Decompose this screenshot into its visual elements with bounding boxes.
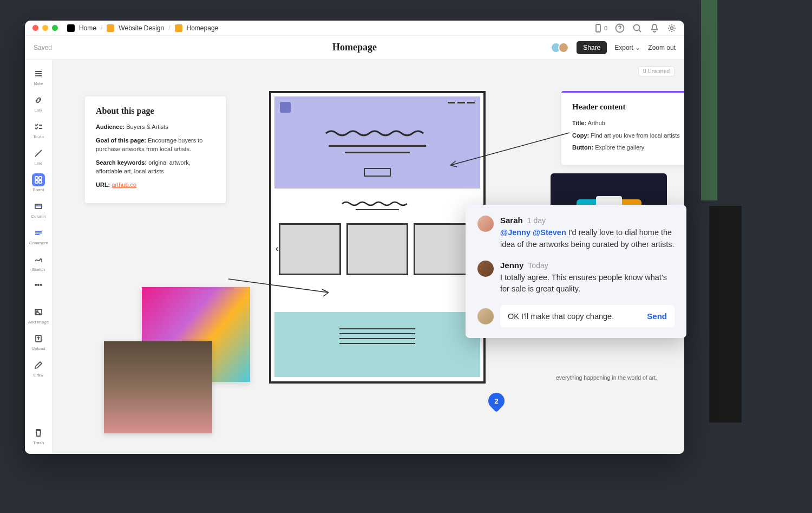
bell-icon[interactable] bbox=[650, 23, 659, 33]
image-icon bbox=[32, 306, 45, 319]
line-icon bbox=[32, 147, 45, 160]
header-content-card[interactable]: Header content Title: Arthub Copy: Find … bbox=[561, 91, 684, 165]
tool-line[interactable]: Line bbox=[27, 144, 50, 169]
wf-footer bbox=[274, 312, 480, 377]
chevron-left-icon: ‹ bbox=[276, 244, 278, 254]
export-button[interactable]: Export ⌄ bbox=[614, 44, 640, 51]
tool-board[interactable]: Board bbox=[27, 170, 50, 196]
unsorted-badge[interactable]: 0 Unsorted bbox=[638, 66, 675, 76]
svg-rect-4 bbox=[35, 177, 38, 179]
tool-more[interactable]: ••• bbox=[27, 276, 50, 294]
header-card-heading: Header content bbox=[572, 102, 684, 112]
wf-hero bbox=[274, 96, 480, 189]
svg-rect-8 bbox=[35, 204, 42, 209]
avatar bbox=[477, 261, 494, 277]
wf-cta bbox=[364, 168, 391, 177]
tool-sketch[interactable]: Sketch bbox=[27, 250, 50, 275]
search-icon[interactable] bbox=[632, 23, 642, 33]
gear-icon[interactable] bbox=[667, 23, 677, 33]
wf-logo bbox=[280, 102, 291, 113]
maximize-icon[interactable] bbox=[52, 25, 58, 31]
url-link[interactable]: arthub.co bbox=[112, 181, 136, 188]
mention-link[interactable]: @Jenny @Steven bbox=[500, 228, 566, 237]
footer-copy: everything happening in the world of art… bbox=[556, 374, 684, 382]
zoom-out-button[interactable]: Zoom out bbox=[648, 44, 676, 51]
note-icon bbox=[32, 67, 45, 80]
tool-add-image[interactable]: Add image bbox=[27, 302, 50, 328]
comment-icon bbox=[32, 226, 45, 239]
trash-icon bbox=[32, 426, 45, 439]
phone-icon bbox=[593, 23, 603, 33]
avatar bbox=[477, 308, 494, 324]
tool-sidebar: Note Link To-do Line Board Column Commen… bbox=[25, 60, 53, 454]
tool-todo[interactable]: To-do bbox=[27, 117, 50, 142]
tool-upload[interactable]: Upload bbox=[27, 329, 50, 354]
squiggle-icon bbox=[339, 199, 415, 206]
svg-rect-5 bbox=[39, 177, 42, 179]
tool-trash[interactable]: Trash bbox=[27, 423, 50, 449]
collaborator-avatars[interactable] bbox=[551, 42, 569, 53]
window-controls bbox=[32, 25, 58, 31]
wf-nav bbox=[448, 102, 475, 103]
home-icon bbox=[67, 24, 75, 32]
breadcrumb-home[interactable]: Home bbox=[79, 24, 96, 32]
svg-rect-7 bbox=[39, 180, 42, 183]
device-count[interactable]: 0 bbox=[593, 23, 607, 33]
breadcrumb-page[interactable]: Homepage bbox=[187, 24, 219, 32]
project-icon bbox=[107, 24, 114, 32]
svg-rect-6 bbox=[35, 180, 38, 183]
tool-draw[interactable]: Draw bbox=[27, 355, 50, 381]
tool-comment[interactable]: Comment bbox=[27, 223, 50, 249]
link-icon bbox=[32, 94, 45, 107]
image-cluster[interactable] bbox=[104, 287, 266, 444]
upload-icon bbox=[32, 332, 45, 345]
column-icon bbox=[32, 200, 45, 213]
chat-message: Sarah1 day @Jenny @Steven I'd really lov… bbox=[477, 216, 675, 251]
comment-thread[interactable]: Sarah1 day @Jenny @Steven I'd really lov… bbox=[466, 205, 686, 338]
breadcrumb: Home / Website Design / Homepage bbox=[67, 24, 218, 32]
about-heading: About this page bbox=[96, 106, 215, 116]
comment-input[interactable]: OK I'll make that copy change. Send bbox=[500, 305, 675, 327]
chat-message: JennyToday I totally agree. This ensures… bbox=[477, 261, 675, 296]
close-icon[interactable] bbox=[32, 25, 38, 31]
wf-card-row bbox=[279, 223, 476, 275]
about-card[interactable]: About this page Audience: Buyers & Artis… bbox=[85, 96, 226, 203]
decorative-edge bbox=[701, 0, 717, 200]
page-icon bbox=[175, 24, 182, 32]
minimize-icon[interactable] bbox=[42, 25, 48, 31]
tool-note[interactable]: Note bbox=[27, 64, 50, 89]
board-icon bbox=[32, 173, 45, 186]
comment-pin[interactable]: 2 bbox=[488, 393, 505, 412]
decorative-shadow bbox=[709, 206, 742, 423]
todo-icon bbox=[32, 120, 45, 133]
sketch-icon bbox=[32, 253, 45, 266]
wireframe-sketch[interactable]: ‹ bbox=[269, 91, 486, 384]
page-title: Homepage bbox=[332, 42, 377, 53]
avatar bbox=[558, 42, 569, 53]
save-status: Saved bbox=[34, 44, 52, 51]
svg-point-3 bbox=[671, 27, 673, 29]
tool-column[interactable]: Column bbox=[27, 197, 50, 222]
send-button[interactable]: Send bbox=[647, 311, 667, 321]
svg-rect-0 bbox=[596, 24, 600, 32]
help-icon[interactable] bbox=[615, 23, 625, 33]
header-bar: Saved Homepage Share Export ⌄ Zoom out bbox=[25, 36, 684, 60]
pencil-icon bbox=[32, 359, 45, 372]
tool-link[interactable]: Link bbox=[27, 90, 50, 116]
avatar bbox=[477, 216, 494, 232]
breadcrumb-project[interactable]: Website Design bbox=[119, 24, 164, 32]
share-button[interactable]: Share bbox=[577, 41, 607, 54]
window-titlebar: Home / Website Design / Homepage 0 bbox=[25, 21, 684, 36]
svg-point-2 bbox=[634, 24, 640, 30]
artwork-photo[interactable] bbox=[104, 341, 212, 433]
squiggle-icon bbox=[323, 128, 431, 137]
